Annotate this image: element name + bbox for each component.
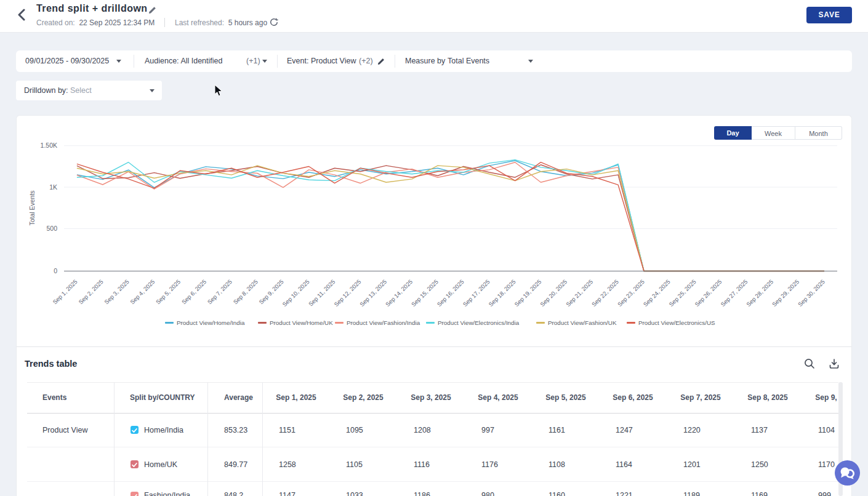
svg-text:Sep 12, 2025: Sep 12, 2025 [332,278,362,308]
svg-text:Sep 29, 2025: Sep 29, 2025 [771,278,800,308]
svg-text:Sep 20, 2025: Sep 20, 2025 [539,278,568,308]
svg-text:Sep 28, 2025: Sep 28, 2025 [745,278,774,308]
svg-text:Total Events: Total Events [28,190,36,225]
svg-text:Sep 2, 2025: Sep 2, 2025 [77,278,104,305]
svg-text:Sep 19, 2025: Sep 19, 2025 [513,278,542,308]
svg-text:Sep 25, 2025: Sep 25, 2025 [667,278,697,308]
svg-text:Sep 26, 2025: Sep 26, 2025 [693,278,723,308]
svg-text:1K: 1K [49,183,57,191]
svg-text:0: 0 [54,267,57,274]
svg-text:Sep 21, 2025: Sep 21, 2025 [565,278,594,308]
svg-text:Sep 8, 2025: Sep 8, 2025 [232,278,259,305]
svg-text:Sep 18, 2025: Sep 18, 2025 [487,278,516,308]
svg-text:Sep 7, 2025: Sep 7, 2025 [206,278,233,305]
svg-text:Sep 17, 2025: Sep 17, 2025 [462,278,491,308]
svg-text:Sep 23, 2025: Sep 23, 2025 [616,278,646,308]
svg-text:Sep 10, 2025: Sep 10, 2025 [281,278,310,308]
svg-text:Sep 9, 2025: Sep 9, 2025 [257,278,284,305]
svg-text:Sep 4, 2025: Sep 4, 2025 [129,278,156,305]
svg-text:Sep 6, 2025: Sep 6, 2025 [180,278,207,305]
svg-text:Sep 1, 2025: Sep 1, 2025 [51,278,78,305]
svg-text:Sep 27, 2025: Sep 27, 2025 [719,278,749,308]
svg-text:1.50K: 1.50K [41,142,57,149]
svg-text:Sep 13, 2025: Sep 13, 2025 [358,278,388,308]
svg-text:Sep 16, 2025: Sep 16, 2025 [436,278,465,308]
svg-text:Sep 15, 2025: Sep 15, 2025 [410,278,440,308]
svg-text:Sep 14, 2025: Sep 14, 2025 [384,278,414,308]
svg-text:Sep 30, 2025: Sep 30, 2025 [797,278,826,308]
svg-text:Sep 24, 2025: Sep 24, 2025 [642,278,672,308]
svg-text:Sep 22, 2025: Sep 22, 2025 [590,278,620,308]
svg-text:500: 500 [46,225,57,232]
svg-text:Sep 3, 2025: Sep 3, 2025 [103,278,130,305]
svg-text:Sep 5, 2025: Sep 5, 2025 [155,278,182,305]
